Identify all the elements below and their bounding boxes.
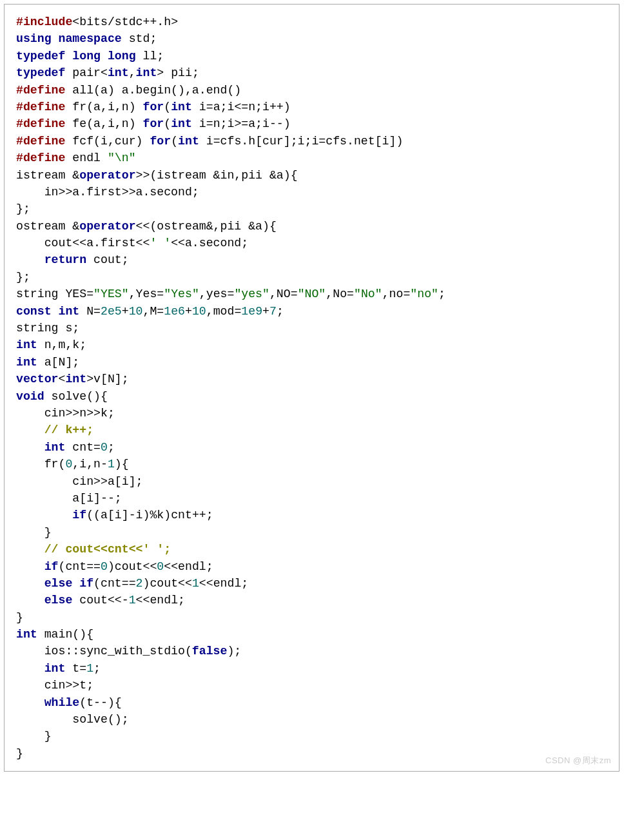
code-token: <<endl;: [136, 594, 185, 607]
code-token: [16, 253, 44, 266]
code-token: if: [44, 560, 59, 573]
code-token: [16, 594, 44, 607]
code-token: int: [59, 305, 80, 318]
code-token: "Yes": [164, 288, 199, 300]
code-token: 10: [129, 305, 143, 318]
code-token: 0: [101, 441, 108, 454]
code-token: "yes": [234, 288, 269, 300]
code-token: const: [16, 305, 52, 318]
code-token: ,M=: [143, 305, 164, 318]
code-token: solve(){: [44, 390, 108, 403]
code-token: ll;: [136, 50, 164, 63]
code-token: (: [164, 101, 171, 113]
code-token: cout<<-: [72, 594, 128, 607]
code-token: (t--){: [79, 696, 122, 709]
code-token: fcf(i,cur): [65, 135, 150, 148]
code-token: long: [72, 50, 101, 63]
code-token: "No": [354, 288, 382, 300]
code-token: "YES": [93, 288, 129, 300]
code-token: +: [122, 305, 129, 318]
code-token: cin>>t;: [16, 679, 93, 692]
code-token: long: [108, 50, 136, 63]
code-token: )cout<<: [108, 560, 157, 573]
code-token: int: [16, 356, 37, 369]
code-token: ostream &: [16, 220, 79, 233]
code-token: 2: [136, 577, 143, 590]
code-token: 10: [192, 305, 206, 318]
code-token: "\n": [108, 151, 136, 164]
code-token: #define: [16, 101, 65, 113]
code-token: [16, 509, 72, 522]
code-token: int: [44, 662, 66, 675]
code-token: endl: [65, 151, 108, 164]
code-token: N=: [79, 305, 101, 318]
code-token: }: [16, 730, 52, 743]
code-token: cout;: [86, 253, 129, 266]
code-token: int: [44, 441, 66, 454]
code-token: operator: [79, 169, 135, 182]
code-token: [16, 441, 44, 454]
code-token: "NO": [298, 288, 326, 300]
code-token: [16, 662, 44, 675]
code-token: [52, 305, 59, 318]
code-token: ;: [93, 662, 101, 675]
code-token: a[i]--;: [16, 492, 122, 505]
code-token: ,Yes=: [129, 288, 164, 300]
code-token: all(a) a.begin(),a.end(): [65, 84, 241, 97]
code-token: t=: [65, 662, 86, 675]
code-token: cin>>n>>k;: [16, 407, 115, 420]
code-token: [16, 560, 44, 573]
code-token: ,NO=: [269, 288, 298, 300]
code-token: vector: [16, 373, 59, 385]
code-token: (: [171, 135, 178, 148]
code-token: fe(a,i,n): [65, 117, 142, 130]
code-token: main(){: [37, 628, 93, 641]
code-token: if: [72, 509, 86, 522]
code-token: // k++;: [44, 424, 93, 436]
code-token: solve();: [16, 713, 129, 726]
code-token: >>(istream &in,pii &a){: [136, 169, 298, 182]
code-token: string s;: [16, 322, 79, 335]
code-token: 1: [86, 662, 93, 675]
code-token: operator: [79, 220, 135, 233]
code-token: fr(: [16, 458, 65, 471]
code-token: for: [142, 101, 164, 113]
code-token: ,No=: [326, 288, 354, 300]
code-token: );: [227, 645, 241, 658]
code-token: +: [185, 305, 192, 318]
code-token: int: [16, 338, 37, 351]
code-token: <<endl;: [164, 560, 213, 573]
code-token: "no": [410, 288, 438, 300]
code-token: <<a.second;: [171, 237, 248, 249]
code-token: (cnt==: [59, 560, 101, 573]
code-token: ){: [115, 458, 129, 471]
code-token: int: [171, 117, 192, 130]
code-token: )cout<<: [143, 577, 192, 590]
code-token: }: [16, 611, 23, 624]
code-token: ' ': [150, 237, 171, 249]
code-token: #define: [16, 135, 65, 148]
code-token: ;: [108, 441, 115, 454]
code-block: #include<bits/stdc++.h> using namespace …: [16, 14, 607, 762]
code-token: 2e5: [101, 305, 122, 318]
code-token: i=a;i<=n;i++): [192, 101, 291, 113]
code-token: 1: [192, 577, 199, 590]
code-token: #define: [16, 84, 65, 97]
code-token: return: [44, 253, 87, 266]
code-token: #define: [16, 117, 65, 130]
code-token: typedef: [16, 50, 65, 63]
code-token: ((a[i]-i)%k)cnt++;: [86, 509, 213, 522]
code-token: >v[N];: [86, 373, 129, 385]
code-token: ,yes=: [199, 288, 235, 300]
code-token: pair<: [65, 66, 108, 79]
code-token: else: [44, 577, 73, 590]
code-token: false: [192, 645, 228, 658]
code-block-container: #include<bits/stdc++.h> using namespace …: [4, 4, 620, 772]
code-token: cnt=: [65, 441, 101, 454]
code-token: (cnt==: [93, 577, 136, 590]
code-token: 0: [101, 560, 108, 573]
code-token: 0: [65, 458, 72, 471]
watermark: CSDN @周末zm: [545, 755, 611, 767]
code-token: }: [16, 747, 23, 760]
code-token: int: [108, 66, 129, 79]
